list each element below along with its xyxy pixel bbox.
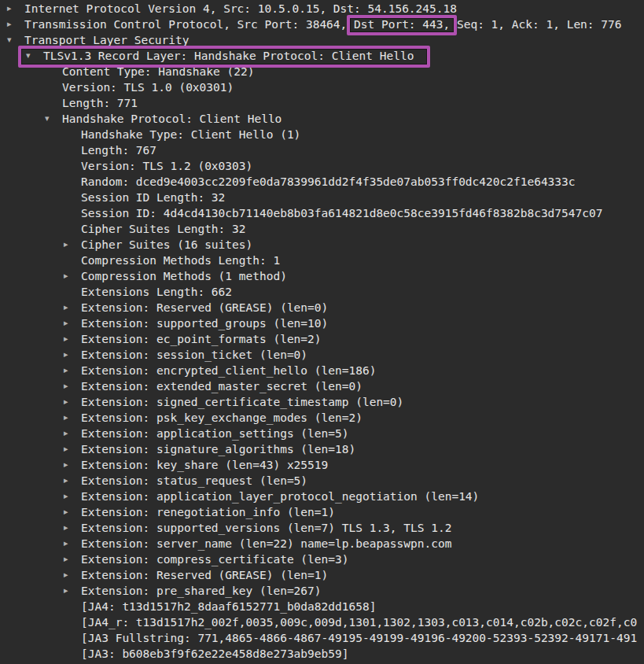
- tree-row[interactable]: Handshake Type: Client Hello (1): [0, 127, 644, 142]
- tree-row[interactable]: ▸Extension: application_settings (len=5): [0, 426, 644, 441]
- tree-row-text: Length: 771: [62, 95, 138, 111]
- expand-collapsed-icon[interactable]: ▸: [63, 410, 81, 426]
- expand-collapsed-icon[interactable]: ▸: [63, 583, 81, 599]
- tree-row-text: Extension: application_layer_protocol_ne…: [81, 489, 479, 504]
- tree-row-text: Extension: psk_key_exchange_modes (len=2…: [81, 410, 362, 426]
- tree-row[interactable]: ▸Extension: signature_algorithms (len=18…: [0, 441, 644, 457]
- tree-row[interactable]: [JA4_r: t13d1517h2_002f,0035,009c,009d,1…: [0, 614, 644, 630]
- tree-row[interactable]: ▾Transport Layer Security: [0, 32, 644, 48]
- tree-row[interactable]: ▸Extension: Reserved (GREASE) (len=1): [0, 567, 644, 583]
- tree-row-text: Transmission Control Protocol, Src Port:…: [24, 17, 622, 32]
- tree-row-text: Transport Layer Security: [24, 32, 190, 48]
- tree-row-text: Extensions Length: 662: [81, 284, 232, 300]
- expand-collapsed-icon[interactable]: ▸: [63, 426, 81, 441]
- tree-row-text: [JA4_r: t13d1517h2_002f,0035,009c,009d,1…: [81, 614, 637, 630]
- tree-row[interactable]: Content Type: Handshake (22): [0, 64, 644, 79]
- expand-collapsed-icon[interactable]: ▸: [63, 315, 81, 331]
- tree-row[interactable]: [JA3 Fullstring: 771,4865-4866-4867-4919…: [0, 630, 644, 646]
- expand-expanded-icon[interactable]: ▾: [6, 32, 24, 48]
- tree-row[interactable]: ▸Extension: renegotiation_info (len=1): [0, 504, 644, 520]
- tree-row[interactable]: ▸Extension: pre_shared_key (len=267): [0, 583, 644, 599]
- tree-row[interactable]: ▸Extension: server_name (len=22) name=lp…: [0, 536, 644, 551]
- tree-row[interactable]: Session ID: 4d4cd4130cb71140eb8b03fa6148…: [0, 205, 644, 221]
- tree-row-text: Content Type: Handshake (22): [62, 64, 254, 79]
- expand-collapsed-icon[interactable]: ▸: [63, 567, 81, 583]
- tree-row[interactable]: ▸Extension: psk_key_exchange_modes (len=…: [0, 410, 644, 426]
- tree-row[interactable]: ▸Extension: extended_master_secret (len=…: [0, 378, 644, 394]
- tree-row[interactable]: Compression Methods Length: 1: [0, 253, 644, 268]
- tree-row-text: Random: dced9e4003cc2209fe0da7839961dd2f…: [81, 174, 576, 190]
- tree-row[interactable]: Session ID Length: 32: [0, 190, 644, 205]
- expand-collapsed-icon[interactable]: ▸: [63, 268, 81, 284]
- expand-expanded-icon[interactable]: ▾: [44, 111, 62, 127]
- tree-row[interactable]: ▸Extension: status_request (len=5): [0, 473, 644, 489]
- expand-collapsed-icon[interactable]: ▸: [63, 441, 81, 457]
- tree-row[interactable]: ▸Extension: Reserved (GREASE) (len=0): [0, 300, 644, 315]
- tree-row-text: Extension: extended_master_secret (len=0…: [81, 378, 362, 394]
- expand-collapsed-icon[interactable]: ▸: [63, 536, 81, 551]
- tree-row-text: Session ID: 4d4cd4130cb71140eb8b03fa6148…: [81, 205, 602, 221]
- tree-row[interactable]: ▸Compression Methods (1 method): [0, 268, 644, 284]
- tree-row[interactable]: Length: 767: [0, 142, 644, 158]
- tree-row-text: Handshake Type: Client Hello (1): [81, 127, 300, 142]
- tree-row-text: Extension: server_name (len=22) name=lp.…: [81, 536, 451, 551]
- tree-row[interactable]: [JA3: b608eb3f9f62e22e458d8e273ab9eb59]: [0, 646, 644, 662]
- expand-collapsed-icon[interactable]: ▸: [63, 520, 81, 536]
- tree-row-text: Extension: renegotiation_info (len=1): [81, 504, 335, 520]
- tree-row[interactable]: ▸Cipher Suites (16 suites): [0, 237, 644, 253]
- expand-collapsed-icon[interactable]: ▸: [6, 17, 24, 32]
- tree-row-text: Extension: status_request (len=5): [81, 473, 307, 489]
- tree-row-text: Extension: signature_algorithms (len=18): [81, 441, 355, 457]
- tree-row-text: Version: TLS 1.0 (0x0301): [62, 79, 234, 95]
- expand-collapsed-icon[interactable]: ▸: [63, 237, 81, 253]
- tree-row[interactable]: ▸Transmission Control Protocol, Src Port…: [0, 17, 644, 32]
- tree-row[interactable]: ▸Extension: supported_groups (len=10): [0, 315, 644, 331]
- tree-row-text: [JA4: t13d1517h2_8daaf6152771_b0da82dd16…: [81, 599, 376, 614]
- tree-row[interactable]: ▸Extension: key_share (len=43) x25519: [0, 457, 644, 473]
- expand-collapsed-icon[interactable]: ▸: [63, 378, 81, 394]
- tree-row-text: Version: TLS 1.2 (0x0303): [81, 158, 252, 174]
- expand-collapsed-icon[interactable]: ▸: [63, 347, 81, 363]
- tree-row[interactable]: Random: dced9e4003cc2209fe0da7839961dd2f…: [0, 174, 644, 190]
- expand-collapsed-icon[interactable]: ▸: [63, 394, 81, 410]
- tree-row-text: Extension: Reserved (GREASE) (len=1): [81, 567, 328, 583]
- tree-row[interactable]: Version: TLS 1.2 (0x0303): [0, 158, 644, 174]
- tree-row[interactable]: ▸Extension: session_ticket (len=0): [0, 347, 644, 363]
- expand-collapsed-icon[interactable]: ▸: [63, 363, 81, 378]
- tree-row[interactable]: ▾Handshake Protocol: Client Hello: [0, 111, 644, 127]
- tree-row-text: Extension: supported_versions (len=7) TL…: [81, 520, 451, 536]
- tree-row-text: Cipher Suites (16 suites): [81, 237, 252, 253]
- tree-row[interactable]: Cipher Suites Length: 32: [0, 221, 644, 237]
- expand-collapsed-icon[interactable]: ▸: [63, 551, 81, 567]
- tree-row-text: Extension: ec_point_formats (len=2): [81, 331, 322, 347]
- tree-row[interactable]: [JA4: t13d1517h2_8daaf6152771_b0da82dd16…: [0, 599, 644, 614]
- tree-row[interactable]: ▸Internet Protocol Version 4, Src: 10.5.…: [0, 1, 644, 17]
- expand-collapsed-icon[interactable]: ▸: [63, 473, 81, 489]
- tree-row[interactable]: Extensions Length: 662: [0, 284, 644, 300]
- tree-row-text: Extension: encrypted_client_hello (len=1…: [81, 363, 376, 378]
- tree-row-text: Extension: Reserved (GREASE) (len=0): [81, 300, 328, 315]
- packet-detail-tree: ▸Internet Protocol Version 4, Src: 10.5.…: [0, 0, 644, 662]
- tree-row[interactable]: ▸Extension: supported_versions (len=7) T…: [0, 520, 644, 536]
- tree-row[interactable]: ▸Extension: encrypted_client_hello (len=…: [0, 363, 644, 378]
- tree-row[interactable]: ▸Extension: signed_certificate_timestamp…: [0, 394, 644, 410]
- tree-row[interactable]: Version: TLS 1.0 (0x0301): [0, 79, 644, 95]
- tree-row-text: TLSv1.3 Record Layer: Handshake Protocol…: [43, 48, 414, 64]
- tree-row-text: Handshake Protocol: Client Hello: [62, 111, 282, 127]
- tree-row-text: Extension: pre_shared_key (len=267): [81, 583, 322, 599]
- expand-collapsed-icon[interactable]: ▸: [63, 331, 81, 347]
- tree-row[interactable]: ▾TLSv1.3 Record Layer: Handshake Protoco…: [0, 48, 644, 64]
- tree-row[interactable]: Length: 771: [0, 95, 644, 111]
- expand-collapsed-icon[interactable]: ▸: [63, 300, 81, 315]
- expand-collapsed-icon[interactable]: ▸: [63, 489, 81, 504]
- tree-row-text: Extension: signed_certificate_timestamp …: [81, 394, 403, 410]
- expand-expanded-icon[interactable]: ▾: [25, 48, 43, 64]
- expand-collapsed-icon[interactable]: ▸: [63, 504, 81, 520]
- tree-row-text: [JA3: b608eb3f9f62e22e458d8e273ab9eb59]: [81, 646, 348, 662]
- tree-row[interactable]: ▸Extension: compress_certificate (len=3): [0, 551, 644, 567]
- expand-collapsed-icon[interactable]: ▸: [63, 457, 81, 473]
- tree-row[interactable]: ▸Extension: application_layer_protocol_n…: [0, 489, 644, 504]
- expand-collapsed-icon[interactable]: ▸: [6, 1, 24, 17]
- tree-row[interactable]: ▸Extension: ec_point_formats (len=2): [0, 331, 644, 347]
- tree-row-text: Extension: compress_certificate (len=3): [81, 551, 348, 567]
